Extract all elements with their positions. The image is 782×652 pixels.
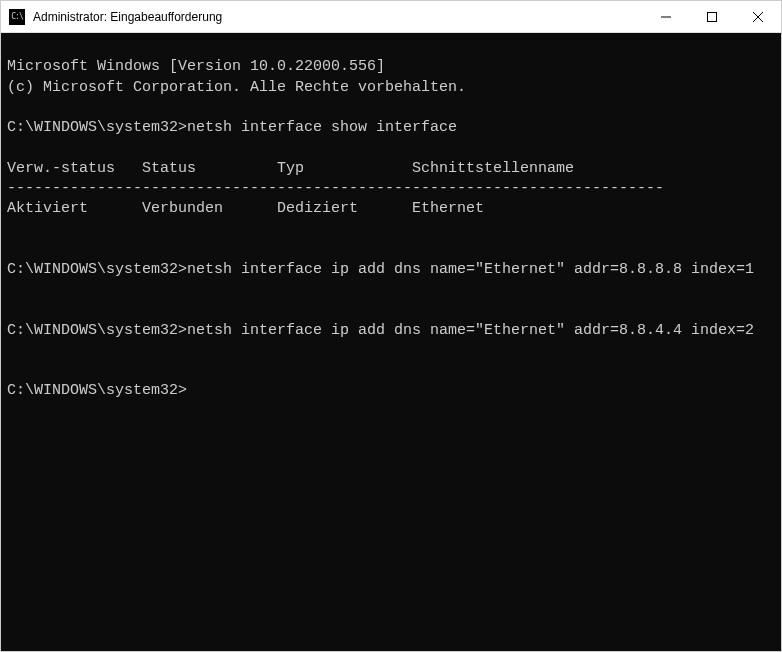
terminal-output[interactable]: Microsoft Windows [Version 10.0.22000.55…	[1, 33, 781, 651]
terminal-line: Aktiviert Verbunden Dediziert Ethernet	[7, 200, 484, 217]
cmd-icon: C:\	[9, 9, 25, 25]
terminal-line: Verw.-status Status Typ Schnittstellenna…	[7, 160, 574, 177]
terminal-line: C:\WINDOWS\system32>netsh interface ip a…	[7, 261, 754, 278]
svg-rect-1	[708, 12, 717, 21]
terminal-line: C:\WINDOWS\system32>	[7, 382, 187, 399]
terminal-line: C:\WINDOWS\system32>netsh interface show…	[7, 119, 457, 136]
titlebar[interactable]: C:\ Administrator: Eingabeaufforderung	[1, 1, 781, 33]
window-controls	[643, 1, 781, 32]
terminal-line: Microsoft Windows [Version 10.0.22000.55…	[7, 58, 385, 75]
close-button[interactable]	[735, 1, 781, 32]
terminal-line: (c) Microsoft Corporation. Alle Rechte v…	[7, 79, 466, 96]
minimize-button[interactable]	[643, 1, 689, 32]
command-prompt-window: C:\ Administrator: Eingabeaufforderung M…	[0, 0, 782, 652]
terminal-line: ----------------------------------------…	[7, 180, 664, 197]
terminal-line: C:\WINDOWS\system32>netsh interface ip a…	[7, 322, 754, 339]
maximize-button[interactable]	[689, 1, 735, 32]
window-title: Administrator: Eingabeaufforderung	[33, 10, 643, 24]
